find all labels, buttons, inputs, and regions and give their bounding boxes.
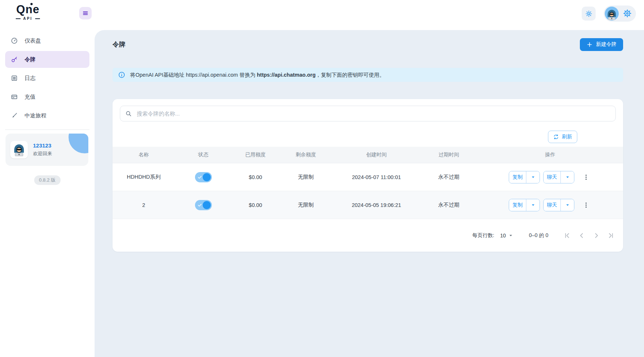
rows-per-page-select[interactable]: 10 [500, 233, 514, 238]
logs-icon [11, 74, 18, 82]
toggle-thumb [203, 201, 211, 209]
copy-split-button: 复制 [509, 171, 540, 183]
chat-dropdown-button[interactable] [560, 171, 574, 183]
token-used-quota: $0.00 [232, 174, 279, 180]
topbar-actions [582, 6, 636, 22]
check-icon [197, 203, 202, 208]
chat-button[interactable]: 聊天 [544, 171, 560, 183]
settings-button[interactable] [622, 9, 632, 18]
first-page-button[interactable] [562, 231, 572, 240]
search-box [120, 106, 616, 121]
chevron-left-icon [578, 232, 586, 240]
column-header-3: 剩余额度 [279, 152, 332, 158]
avatar [10, 141, 28, 159]
token-expiry-time: 永不过期 [420, 201, 477, 208]
rows-per-page-value: 10 [500, 233, 506, 238]
new-token-label: 新建令牌 [596, 41, 617, 48]
refresh-button[interactable]: 刷新 [548, 131, 577, 143]
notice-text: 将OpenAI API基础地址 https://api.openai.com 替… [130, 72, 385, 79]
caret-down-icon [508, 233, 514, 238]
token-name: HDHDHD系列 [113, 174, 175, 181]
logo-subtitle: API [23, 17, 33, 21]
rows-per-page-label: 每页行数: [472, 232, 494, 239]
chat-dropdown-button[interactable] [560, 199, 574, 211]
caret-down-icon [565, 202, 570, 208]
sidebar-item-tokens[interactable]: 令牌 [5, 51, 89, 68]
sidebar-item-midjourney[interactable]: 中途旅程 [5, 107, 89, 124]
sidebar-item-label: 日志 [25, 75, 36, 82]
user-meta: 123123 欢迎回来 [33, 142, 52, 157]
copy-button[interactable]: 复制 [509, 171, 526, 183]
sidebar-item-recharge[interactable]: 充值 [5, 88, 89, 105]
theme-toggle-button[interactable] [582, 7, 596, 21]
search-row [113, 99, 623, 121]
token-status-toggle[interactable] [195, 200, 212, 210]
search-icon [125, 110, 132, 117]
sidebar-item-label: 仪表盘 [25, 37, 41, 44]
search-input[interactable] [136, 110, 611, 117]
last-page-button[interactable] [606, 231, 616, 240]
sidebar-divider [5, 130, 89, 130]
column-header-0: 名称 [113, 152, 175, 158]
hacker-avatar-icon [11, 143, 27, 158]
sidebar-item-label: 令牌 [25, 56, 36, 63]
username: 123123 [33, 142, 52, 149]
token-expiry-time: 永不过期 [420, 174, 477, 181]
main-panel: 令牌 新建令牌 将OpenAI API基础地址 https://api.open… [95, 30, 644, 357]
copy-dropdown-button[interactable] [526, 199, 540, 211]
kebab-icon [582, 174, 590, 181]
avatar[interactable] [605, 7, 619, 21]
paintbrush-icon [11, 112, 18, 119]
sidebar-item-logs[interactable]: 日志 [5, 70, 89, 87]
token-created-time: 2024-05-05 19:06:21 [332, 202, 420, 208]
caret-down-icon [530, 202, 536, 208]
logo-dash-left [16, 18, 21, 19]
plus-icon [586, 41, 593, 48]
chat-button[interactable]: 聊天 [544, 199, 560, 211]
dashboard-icon [11, 37, 18, 44]
copy-dropdown-button[interactable] [526, 171, 540, 183]
new-token-button[interactable]: 新建令牌 [580, 38, 623, 51]
greeting-text: 欢迎回来 [33, 150, 52, 157]
kebab-icon [582, 201, 590, 209]
copy-button[interactable]: 复制 [509, 199, 526, 211]
token-created-time: 2024-05-07 11:00:01 [332, 174, 420, 180]
column-header-6: 操作 [477, 152, 623, 158]
column-header-5: 过期时间 [420, 152, 477, 158]
column-header-2: 已用额度 [232, 152, 279, 158]
table-header: 名称 状态 已用额度 剩余额度 创建时间 过期时间 操作 [113, 147, 623, 163]
version-badge: 0.8.2 版 [34, 175, 60, 185]
hamburger-icon [82, 10, 89, 17]
next-page-button[interactable] [592, 231, 601, 240]
refresh-icon [553, 134, 559, 140]
notice-prefix: 将OpenAI API基础地址 https://api.openai.com 替… [130, 72, 257, 78]
column-header-4: 创建时间 [332, 152, 420, 158]
toggle-thumb [203, 173, 211, 181]
user-card[interactable]: 123123 欢迎回来 [5, 134, 88, 166]
logo-text: Qne [16, 4, 39, 15]
previous-page-button[interactable] [577, 231, 586, 240]
more-actions-button[interactable] [581, 171, 592, 183]
sidebar-toggle-button[interactable] [79, 7, 92, 19]
token-table-body: HDHDHD系列 $0.00 无限制 2024-05-07 11:00:01 永… [113, 163, 623, 219]
notice-banner: 将OpenAI API基础地址 https://api.openai.com 替… [113, 68, 623, 82]
first-page-icon [563, 232, 571, 240]
credit-card-icon [11, 93, 18, 101]
hacker-avatar-icon [605, 8, 618, 21]
profile-pill [604, 6, 636, 22]
caret-down-icon [530, 174, 536, 180]
chevron-right-icon [592, 232, 600, 240]
gear-icon [623, 9, 632, 18]
token-remaining-quota: 无限制 [279, 174, 332, 181]
app-logo: Qne API [7, 4, 48, 21]
chat-split-button: 聊天 [543, 199, 574, 211]
sidebar-item-label: 中途旅程 [25, 112, 47, 119]
token-status-toggle[interactable] [195, 172, 212, 182]
more-actions-button[interactable] [581, 199, 592, 211]
sidebar-nav: 仪表盘 令牌 日志 充值 中途旅程 [5, 32, 89, 124]
token-remaining-quota: 无限制 [279, 201, 332, 208]
key-icon [11, 56, 18, 63]
sun-icon [585, 10, 593, 18]
sidebar-item-dashboard[interactable]: 仪表盘 [5, 32, 89, 49]
pagination-bar: 每页行数: 10 0–0 的 0 [113, 219, 623, 252]
